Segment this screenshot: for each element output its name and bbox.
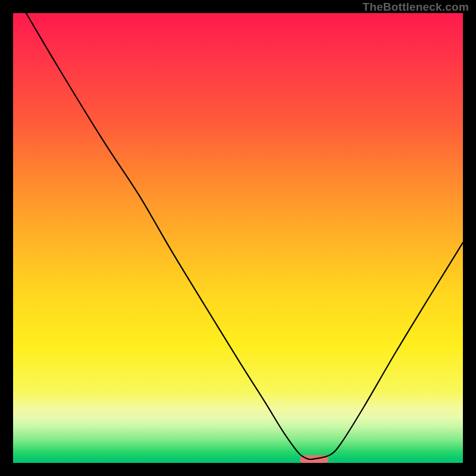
plot-area (13, 13, 463, 463)
curve-path (26, 13, 463, 459)
bottleneck-curve (13, 13, 463, 463)
chart-frame: TheBottleneck.com (0, 0, 476, 476)
attribution-text: TheBottleneck.com (362, 1, 469, 14)
